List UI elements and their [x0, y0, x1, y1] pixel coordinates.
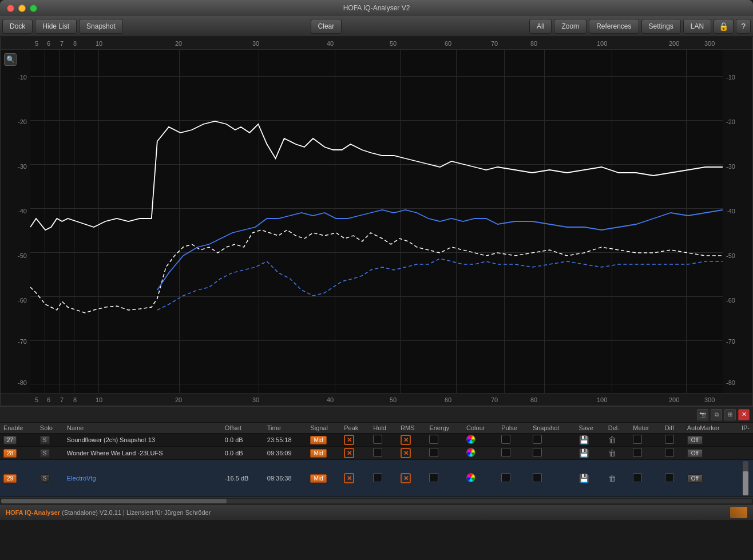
track-27-colour[interactable] [463, 434, 498, 447]
help-icon[interactable]: ? [736, 19, 751, 34]
peak-x-29[interactable]: ✕ [344, 473, 354, 483]
track-27-peak[interactable]: ✕ [340, 434, 370, 447]
references-button[interactable]: References [589, 19, 639, 34]
snapshot-checkbox-28[interactable] [533, 448, 542, 457]
solo-badge-27[interactable]: S [40, 436, 50, 444]
save-icon-29[interactable]: 💾 [579, 474, 589, 483]
zoom-button[interactable]: Zoom [554, 19, 586, 34]
track-27-del[interactable]: 🗑 [605, 434, 630, 447]
track-27-enable[interactable]: 27 [0, 434, 37, 447]
pulse-checkbox-28[interactable] [501, 448, 510, 457]
track-28-rms[interactable]: ✕ [397, 447, 426, 460]
snapshot-button[interactable]: Snapshot [79, 19, 123, 34]
track-28-peak[interactable]: ✕ [340, 447, 370, 460]
del-icon-29[interactable]: 🗑 [608, 474, 616, 483]
peak-x-27[interactable]: ✕ [344, 435, 354, 445]
energy-checkbox-27[interactable] [429, 435, 438, 444]
camera-icon[interactable]: 📷 [697, 409, 708, 420]
pulse-checkbox-27[interactable] [501, 435, 510, 444]
automarker-badge-27[interactable]: Off [687, 436, 703, 444]
track-27-automarker[interactable]: Off [684, 434, 738, 447]
hold-checkbox-29[interactable] [373, 473, 382, 482]
diff-checkbox-27[interactable] [665, 435, 674, 444]
window-controls[interactable] [7, 5, 37, 12]
track-28-signal[interactable]: Mid [307, 447, 340, 460]
maximize-button[interactable] [30, 5, 37, 12]
rms-x-28[interactable]: ✕ [401, 448, 411, 458]
signal-badge-28[interactable]: Mid [310, 449, 326, 458]
track-28-enable[interactable]: 28 [0, 447, 37, 460]
freq-label-7: 7 [60, 40, 64, 47]
close-button[interactable] [7, 5, 14, 12]
peak-x-28[interactable]: ✕ [344, 448, 354, 458]
save-icon-27[interactable]: 💾 [579, 435, 589, 444]
track-28-save[interactable]: 💾 [576, 447, 605, 460]
zoom-icon[interactable]: 🔍 [4, 53, 17, 66]
horizontal-scrollbar[interactable] [0, 497, 753, 504]
signal-badge-29[interactable]: Mid [310, 474, 326, 483]
meter-checkbox-28[interactable] [633, 448, 642, 457]
track-29-save[interactable]: 💾 [576, 460, 605, 497]
track-28-automarker[interactable]: Off [684, 447, 738, 460]
pulse-checkbox-29[interactable] [501, 473, 510, 482]
panel-close-button[interactable]: ✕ [738, 409, 750, 420]
del-icon-28[interactable]: 🗑 [608, 448, 616, 458]
save-icon-28[interactable]: 💾 [579, 448, 589, 458]
energy-checkbox-29[interactable] [429, 473, 438, 482]
dock-button[interactable]: Dock [2, 19, 33, 34]
lan-button[interactable]: LAN [683, 19, 711, 34]
col-snapshot: Snapshot [529, 423, 576, 434]
del-icon-27[interactable]: 🗑 [608, 435, 616, 444]
track-29-colour[interactable] [463, 460, 498, 497]
track-28-solo[interactable]: S [37, 447, 64, 460]
track-27-save[interactable]: 💾 [576, 434, 605, 447]
color-circle-27[interactable] [466, 435, 475, 444]
hide-list-button[interactable]: Hide List [35, 19, 77, 34]
meter-checkbox-27[interactable] [633, 435, 642, 444]
track-27-solo[interactable]: S [37, 434, 64, 447]
signal-badge-27[interactable]: Mid [310, 436, 326, 444]
snapshot-checkbox-29[interactable] [533, 473, 542, 482]
diff-checkbox-28[interactable] [665, 448, 674, 457]
y-label-right-neg10: -10 [726, 74, 735, 81]
status-app-name: HOFA IQ-Analyser (Standalone) V2.0.11 | … [6, 509, 211, 516]
settings-button[interactable]: Settings [641, 19, 681, 34]
rms-x-27[interactable]: ✕ [401, 435, 411, 445]
automarker-badge-28[interactable]: Off [687, 449, 703, 458]
chart-plot[interactable] [30, 50, 723, 393]
track-28-del[interactable]: 🗑 [605, 447, 630, 460]
hold-checkbox-27[interactable] [373, 435, 382, 444]
energy-checkbox-28[interactable] [429, 448, 438, 457]
solo-badge-29[interactable]: S [40, 474, 50, 483]
track-29-solo[interactable]: S [37, 460, 64, 497]
track-29-enable[interactable]: 29 [0, 460, 37, 497]
freq-label-10: 10 [96, 40, 102, 47]
track-29-peak[interactable]: ✕ [340, 460, 370, 497]
track-29-automarker[interactable]: Off [684, 460, 738, 497]
enable-badge-29[interactable]: 29 [3, 474, 17, 483]
track-27-signal[interactable]: Mid [307, 434, 340, 447]
track-29-del[interactable]: 🗑 [605, 460, 630, 497]
lock-icon[interactable]: 🔒 [714, 19, 734, 34]
track-29-signal[interactable]: Mid [307, 460, 340, 497]
all-button[interactable]: All [529, 19, 552, 34]
solo-badge-28[interactable]: S [40, 449, 50, 458]
enable-badge-27[interactable]: 27 [3, 436, 17, 444]
meter-checkbox-29[interactable] [633, 473, 642, 482]
track-28-colour[interactable] [463, 447, 498, 460]
enable-badge-28[interactable]: 28 [3, 449, 17, 458]
color-circle-29[interactable] [466, 473, 475, 482]
copy-icon[interactable]: ⧉ [711, 409, 722, 420]
rms-x-29[interactable]: ✕ [401, 473, 411, 483]
hold-checkbox-28[interactable] [373, 448, 382, 457]
diff-checkbox-29[interactable] [665, 473, 674, 482]
clear-button[interactable]: Clear [311, 19, 342, 34]
grid-icon[interactable]: ⊞ [724, 409, 736, 420]
automarker-badge-29[interactable]: Off [687, 474, 703, 483]
track-27-rms[interactable]: ✕ [397, 434, 426, 447]
snapshot-checkbox-27[interactable] [533, 435, 542, 444]
track-29-rms[interactable]: ✕ [397, 460, 426, 497]
minimize-button[interactable] [18, 5, 26, 12]
freq-label-8: 8 [73, 40, 77, 47]
color-circle-28[interactable] [466, 448, 475, 457]
